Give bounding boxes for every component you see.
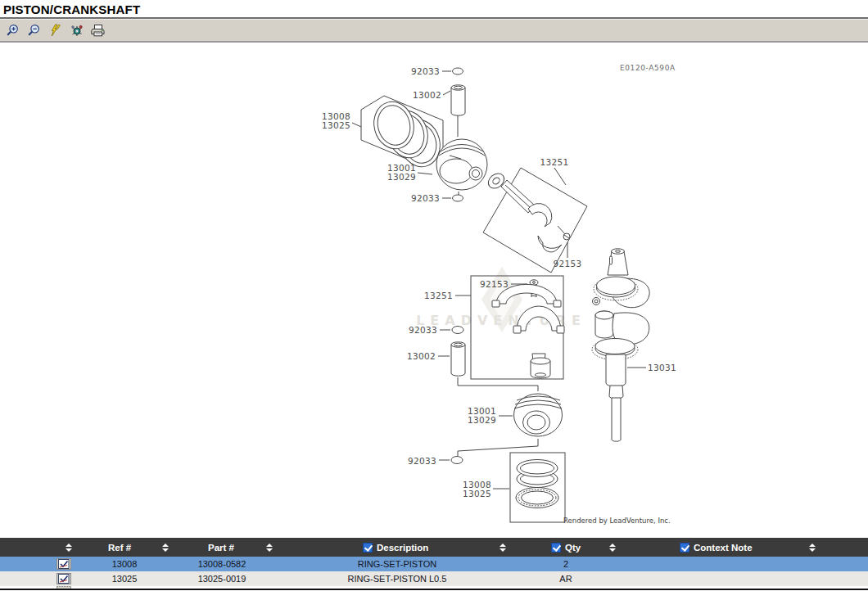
ring-set-top [369, 97, 445, 171]
column-label: Context Note [694, 543, 753, 553]
sort-arrows-icon [500, 544, 506, 552]
table-header: Ref # Part # Description Qty Context Not… [0, 538, 868, 557]
description-cell: RING-SET-PISTON [287, 557, 524, 571]
ref-cell: 13008 [90, 557, 180, 571]
part-cell: 13008-0582 [180, 557, 287, 571]
column-checkbox[interactable] [363, 543, 373, 553]
part-label[interactable]: 13029 [387, 172, 416, 182]
rendered-by-credit: Rendered by LeadVenture, Inc. [563, 517, 671, 525]
connecting-rod-angled [486, 170, 570, 252]
column-header-select[interactable] [0, 538, 90, 557]
piston-pin-mid [451, 342, 465, 376]
part-label[interactable]: 13031 [648, 363, 676, 372]
parts-viewer-window: PISTON/CRANKSHAFT [0, 0, 868, 591]
column-header-part[interactable]: Part # [180, 538, 287, 557]
part-label[interactable]: 13029 [468, 415, 496, 425]
zoom-in-button[interactable] [5, 24, 20, 38]
part-label[interactable]: 92033 [411, 66, 440, 76]
piston-top [436, 139, 487, 190]
parts-diagram: LEADVENTURE [0, 0, 868, 591]
title-bar: PISTON/CRANKSHAFT [0, 0, 868, 17]
piston-bottom [514, 394, 563, 436]
row-edit-checkbox-icon [57, 586, 71, 589]
crankshaft [592, 249, 649, 441]
table-row[interactable]: 13025 13025-0019 RING-SET-PISTON L0.5 AR [0, 571, 868, 586]
row-select-cell [0, 557, 90, 571]
part-label[interactable]: 92033 [408, 456, 436, 466]
column-label: Part # [208, 543, 234, 553]
zoom-out-button[interactable] [26, 24, 42, 38]
piston-pin-top [451, 85, 465, 115]
part-label[interactable]: 92153 [480, 279, 509, 289]
part-cell: 13025-0019 [180, 571, 287, 586]
diagram-code: E0120-A590A [620, 64, 676, 72]
sort-arrows-icon [66, 544, 72, 552]
part-label[interactable]: 13002 [413, 90, 441, 100]
column-header-context-note[interactable]: Context Note [631, 538, 868, 557]
column-label: Description [377, 543, 428, 553]
sort-arrows-icon [609, 544, 616, 552]
column-checkbox[interactable] [551, 543, 561, 553]
diagram-toolbar [0, 19, 868, 43]
part-label[interactable]: 92153 [554, 259, 582, 268]
column-header-ref[interactable]: Ref # [90, 538, 180, 557]
part-label[interactable]: 92033 [409, 325, 437, 335]
column-label: Qty [565, 543, 581, 553]
sort-arrows-icon [162, 544, 169, 552]
row-edit-checkbox-icon[interactable] [57, 558, 71, 570]
ref-cell: 13025 [90, 571, 180, 586]
part-label[interactable]: 13251 [540, 157, 569, 167]
context-note-cell [631, 557, 868, 571]
page-title: PISTON/CRANKSHAFT [0, 0, 868, 16]
ring-set-bottom [516, 460, 558, 508]
lightning-button[interactable] [47, 24, 63, 38]
part-label[interactable]: 13002 [407, 351, 436, 361]
part-label[interactable]: 92033 [411, 193, 440, 203]
sort-arrows-icon [266, 544, 273, 552]
context-note-cell [631, 571, 868, 586]
parts-table: Ref # Part # Description Qty Context Not… [0, 538, 868, 590]
hotspot-icon [70, 24, 84, 37]
partial-next-row [0, 586, 868, 589]
part-label[interactable]: 13025 [463, 489, 491, 499]
row-edit-checkbox-icon[interactable] [57, 573, 71, 584]
column-checkbox[interactable] [680, 543, 689, 553]
column-header-description[interactable]: Description [287, 538, 524, 557]
description-cell: RING-SET-PISTON L0.5 [287, 571, 524, 586]
hotspot-button[interactable] [69, 24, 84, 38]
qty-cell: 2 [524, 557, 631, 571]
table-bottom-border [0, 589, 868, 590]
zoom-out-icon [27, 24, 41, 37]
sort-arrows-icon [809, 544, 816, 552]
column-label: Ref # [108, 543, 131, 553]
lightning-icon [48, 24, 62, 37]
qty-cell: AR [524, 571, 631, 586]
zoom-in-icon [6, 24, 20, 37]
column-header-qty[interactable]: Qty [524, 538, 631, 557]
row-select-cell [0, 571, 90, 586]
part-label[interactable]: 13251 [424, 291, 453, 300]
table-row[interactable]: 13008 13008-0582 RING-SET-PISTON 2 [0, 557, 868, 571]
print-button[interactable] [90, 24, 106, 38]
part-label[interactable]: 13025 [322, 120, 350, 130]
print-icon [91, 24, 106, 37]
